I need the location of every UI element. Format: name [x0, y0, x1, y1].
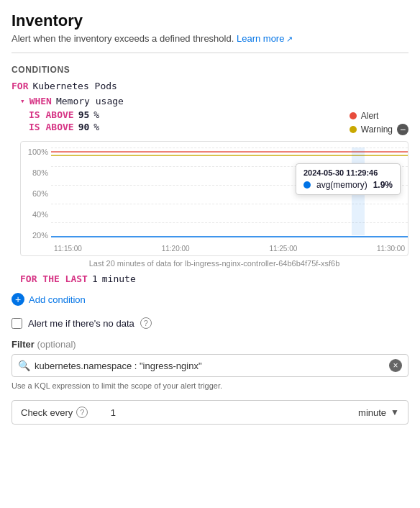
chart-subtitle: Last 20 minutes of data for lb-ingress-n…: [20, 259, 408, 268]
search-icon: 🔍: [18, 360, 30, 371]
filter-label: Filter (optional): [12, 339, 408, 350]
warning-dot: [350, 126, 357, 133]
the-last-unit: minute: [102, 273, 136, 284]
divider: [12, 53, 408, 53]
filter-optional: (optional): [37, 339, 76, 350]
filter-input-row[interactable]: 🔍 ×: [12, 354, 408, 377]
no-data-help-icon[interactable]: ?: [140, 317, 152, 329]
legend-minus-icon: −: [397, 124, 408, 135]
check-every-label: Check every ?: [21, 407, 88, 418]
check-every-input[interactable]: [95, 407, 131, 418]
filter-clear-button[interactable]: ×: [389, 359, 402, 372]
y-label-20: 20%: [21, 231, 48, 240]
data-line-svg: [51, 225, 408, 240]
warning-threshold: 90: [78, 122, 90, 132]
chart-plot: 2024-05-30 11:29:46 avg(memory) 1.9% 11:…: [51, 142, 408, 255]
alert-threshold: 95: [78, 109, 90, 120]
alert-percent: %: [93, 109, 99, 120]
alert-no-data-row: Alert me if there's no data ?: [12, 317, 408, 329]
threshold-legend-row: IS ABOVE 95 % IS ABOVE 90 % Alert Warnin: [20, 109, 408, 135]
unit-chevron-icon[interactable]: ▼: [391, 407, 399, 417]
tooltip-date: 2024-05-30 11:29:46: [303, 168, 393, 177]
is-above-warning-kw: IS ABOVE: [29, 122, 74, 132]
tooltip-value: 1.9%: [373, 180, 393, 190]
for-the-last-line: FOR THE LAST 1 minute: [20, 273, 408, 284]
warning-percent: %: [93, 122, 99, 132]
y-axis: 100% 80% 60% 40% 20%: [21, 142, 51, 255]
x-label-2: 11:20:00: [162, 245, 190, 253]
is-above-lines: IS ABOVE 95 % IS ABOVE 90 %: [20, 109, 350, 134]
for-line: FOR Kubernetes Pods: [12, 81, 408, 91]
kql-hint: Use a KQL expression to limit the scope …: [12, 381, 408, 390]
when-value: Memory usage: [56, 96, 124, 106]
page-title: Inventory: [12, 12, 408, 30]
alert-no-data-checkbox[interactable]: [12, 318, 22, 329]
chevron-down-icon[interactable]: ▾: [20, 96, 25, 106]
conditions-label: Conditions: [12, 65, 408, 75]
learn-more-link[interactable]: Learn more: [237, 33, 293, 44]
check-every-select-row: minute ▼: [138, 407, 399, 418]
for-keyword: FOR: [12, 81, 28, 91]
chart-tooltip: 2024-05-30 11:29:46 avg(memory) 1.9%: [296, 163, 401, 195]
when-keyword: WHEN: [29, 96, 52, 106]
page-subtitle: Alert when the inventory exceeds a defin…: [12, 33, 408, 44]
minute-select-label: minute: [358, 407, 386, 418]
check-every-help-icon[interactable]: ?: [76, 407, 88, 418]
is-above-alert-kw: IS ABOVE: [29, 109, 74, 120]
add-condition-label: Add condition: [29, 294, 86, 305]
y-label-80: 80%: [21, 168, 48, 177]
conditions-section: Conditions FOR Kubernetes Pods ▾ WHEN Me…: [12, 65, 408, 284]
legend-warning-row: Warning −: [350, 124, 408, 135]
alert-dot: [350, 112, 357, 119]
x-label-3: 11:25:00: [269, 245, 297, 253]
chart-area: 100% 80% 60% 40% 20%: [20, 141, 408, 256]
tooltip-metric: avg(memory): [316, 180, 368, 190]
condition-block: ▾ WHEN Memory usage IS ABOVE 95 % IS ABO…: [20, 96, 408, 284]
x-label-1: 11:15:00: [54, 245, 82, 253]
legend-warning-label: Warning: [361, 124, 393, 135]
for-value: Kubernetes Pods: [32, 81, 117, 91]
y-label-60: 60%: [21, 189, 48, 198]
the-last-kw: FOR THE LAST: [20, 273, 88, 284]
when-line: ▾ WHEN Memory usage: [20, 96, 408, 106]
alert-no-data-label: Alert me if there's no data: [28, 318, 134, 329]
filter-input[interactable]: [35, 360, 385, 371]
legend-alert-label: Alert: [361, 111, 379, 121]
legend-items: Alert Warning −: [350, 111, 408, 135]
is-above-warning-line: IS ABOVE 90 %: [29, 122, 350, 132]
x-axis: 11:15:00 11:20:00 11:25:00 11:30:00: [51, 245, 408, 253]
x-label-4: 11:30:00: [377, 245, 405, 253]
plus-circle-icon: +: [12, 293, 24, 306]
legend-alert-row: Alert: [350, 111, 408, 121]
filter-section: Filter (optional) 🔍 × Use a KQL expressi…: [12, 339, 408, 390]
add-condition-button[interactable]: + Add condition: [12, 293, 86, 306]
tooltip-dot: [303, 181, 311, 189]
check-every-row: Check every ? minute ▼: [12, 400, 408, 425]
y-label-100: 100%: [21, 148, 48, 156]
subtitle-text: Alert when the inventory exceeds a defin…: [12, 33, 234, 44]
y-label-40: 40%: [21, 210, 48, 219]
the-last-value: 1: [92, 273, 98, 284]
is-above-alert-line: IS ABOVE 95 %: [29, 109, 350, 120]
